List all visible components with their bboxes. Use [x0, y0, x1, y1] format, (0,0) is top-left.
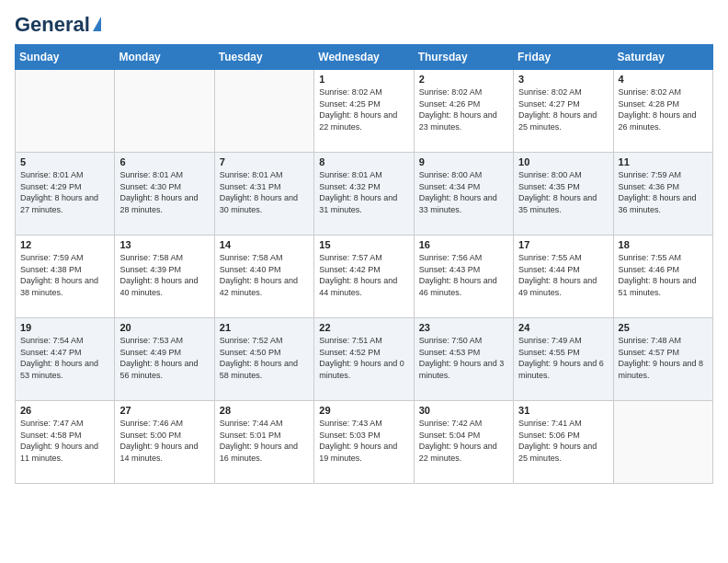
day-number: 27: [119, 405, 209, 416]
day-number: 15: [319, 239, 408, 250]
day-content: Sunrise: 7:58 AM Sunset: 4:39 PM Dayligh…: [119, 252, 209, 298]
day-number: 13: [119, 239, 209, 250]
weekday-header-friday: Friday: [514, 45, 613, 70]
calendar-cell: 23Sunrise: 7:50 AM Sunset: 4:53 PM Dayli…: [414, 318, 513, 401]
calendar-cell: 29Sunrise: 7:43 AM Sunset: 5:03 PM Dayli…: [314, 401, 414, 484]
day-number: 20: [119, 322, 209, 333]
calendar-cell: [115, 70, 214, 153]
day-content: Sunrise: 7:52 AM Sunset: 4:50 PM Dayligh…: [220, 335, 309, 381]
logo: General: [15, 15, 101, 33]
day-content: Sunrise: 7:54 AM Sunset: 4:47 PM Dayligh…: [20, 335, 109, 381]
calendar-week-row: 19Sunrise: 7:54 AM Sunset: 4:47 PM Dayli…: [16, 318, 713, 401]
day-content: Sunrise: 7:47 AM Sunset: 4:58 PM Dayligh…: [20, 418, 109, 464]
day-content: Sunrise: 8:00 AM Sunset: 4:34 PM Dayligh…: [419, 169, 508, 215]
day-number: 24: [518, 322, 608, 333]
day-number: 29: [319, 405, 408, 416]
calendar-cell: 28Sunrise: 7:44 AM Sunset: 5:01 PM Dayli…: [214, 401, 313, 484]
calendar-cell: [214, 70, 313, 153]
day-number: 28: [220, 405, 309, 416]
calendar-cell: 21Sunrise: 7:52 AM Sunset: 4:50 PM Dayli…: [214, 318, 313, 401]
calendar-cell: 24Sunrise: 7:49 AM Sunset: 4:55 PM Dayli…: [514, 318, 613, 401]
calendar-header-row: SundayMondayTuesdayWednesdayThursdayFrid…: [16, 45, 713, 70]
day-number: 3: [518, 74, 608, 85]
day-number: 12: [20, 239, 109, 250]
day-content: Sunrise: 7:53 AM Sunset: 4:49 PM Dayligh…: [119, 335, 209, 381]
weekday-header-monday: Monday: [115, 45, 214, 70]
calendar-cell: 19Sunrise: 7:54 AM Sunset: 4:47 PM Dayli…: [16, 318, 115, 401]
calendar-cell: 17Sunrise: 7:55 AM Sunset: 4:44 PM Dayli…: [514, 236, 613, 318]
day-number: 31: [518, 405, 608, 416]
calendar-cell: 25Sunrise: 7:48 AM Sunset: 4:57 PM Dayli…: [613, 318, 712, 401]
calendar-cell: 27Sunrise: 7:46 AM Sunset: 5:00 PM Dayli…: [115, 401, 214, 484]
weekday-header-sunday: Sunday: [16, 45, 115, 70]
day-number: 2: [419, 74, 508, 85]
day-content: Sunrise: 7:51 AM Sunset: 4:52 PM Dayligh…: [319, 335, 408, 381]
day-number: 1: [319, 74, 408, 85]
day-content: Sunrise: 7:59 AM Sunset: 4:38 PM Dayligh…: [20, 252, 109, 298]
day-content: Sunrise: 7:43 AM Sunset: 5:03 PM Dayligh…: [319, 418, 408, 464]
calendar-cell: 5Sunrise: 8:01 AM Sunset: 4:29 PM Daylig…: [16, 153, 115, 236]
day-number: 5: [20, 156, 109, 167]
calendar-cell: 6Sunrise: 8:01 AM Sunset: 4:30 PM Daylig…: [115, 153, 214, 236]
day-content: Sunrise: 8:02 AM Sunset: 4:27 PM Dayligh…: [518, 86, 608, 132]
calendar-week-row: 5Sunrise: 8:01 AM Sunset: 4:29 PM Daylig…: [16, 153, 713, 236]
calendar-cell: [16, 70, 115, 153]
calendar-cell: 22Sunrise: 7:51 AM Sunset: 4:52 PM Dayli…: [314, 318, 414, 401]
calendar-cell: 8Sunrise: 8:01 AM Sunset: 4:32 PM Daylig…: [314, 153, 414, 236]
calendar-cell: 30Sunrise: 7:42 AM Sunset: 5:04 PM Dayli…: [414, 401, 513, 484]
day-content: Sunrise: 8:02 AM Sunset: 4:26 PM Dayligh…: [419, 86, 508, 132]
day-number: 16: [419, 239, 508, 250]
day-number: 14: [220, 239, 309, 250]
day-content: Sunrise: 8:00 AM Sunset: 4:35 PM Dayligh…: [518, 169, 608, 215]
day-content: Sunrise: 7:46 AM Sunset: 5:00 PM Dayligh…: [119, 418, 209, 464]
day-content: Sunrise: 8:02 AM Sunset: 4:28 PM Dayligh…: [619, 86, 708, 132]
day-content: Sunrise: 8:01 AM Sunset: 4:32 PM Dayligh…: [319, 169, 408, 215]
day-content: Sunrise: 7:42 AM Sunset: 5:04 PM Dayligh…: [419, 418, 508, 464]
day-content: Sunrise: 7:55 AM Sunset: 4:44 PM Dayligh…: [518, 252, 608, 298]
weekday-header-wednesday: Wednesday: [314, 45, 414, 70]
day-content: Sunrise: 7:55 AM Sunset: 4:46 PM Dayligh…: [619, 252, 708, 298]
calendar-cell: 20Sunrise: 7:53 AM Sunset: 4:49 PM Dayli…: [115, 318, 214, 401]
calendar-cell: 9Sunrise: 8:00 AM Sunset: 4:34 PM Daylig…: [414, 153, 513, 236]
day-content: Sunrise: 7:44 AM Sunset: 5:01 PM Dayligh…: [220, 418, 309, 464]
calendar-table: SundayMondayTuesdayWednesdayThursdayFrid…: [15, 44, 713, 484]
day-number: 7: [220, 156, 309, 167]
calendar-cell: 4Sunrise: 8:02 AM Sunset: 4:28 PM Daylig…: [613, 70, 712, 153]
day-number: 23: [419, 322, 508, 333]
calendar-cell: 1Sunrise: 8:02 AM Sunset: 4:25 PM Daylig…: [314, 70, 414, 153]
weekday-header-thursday: Thursday: [414, 45, 513, 70]
day-content: Sunrise: 7:58 AM Sunset: 4:40 PM Dayligh…: [220, 252, 309, 298]
day-number: 18: [619, 239, 708, 250]
day-content: Sunrise: 7:49 AM Sunset: 4:55 PM Dayligh…: [518, 335, 608, 381]
calendar-cell: 12Sunrise: 7:59 AM Sunset: 4:38 PM Dayli…: [16, 236, 115, 318]
calendar-cell: 11Sunrise: 7:59 AM Sunset: 4:36 PM Dayli…: [613, 153, 712, 236]
calendar-cell: 14Sunrise: 7:58 AM Sunset: 4:40 PM Dayli…: [214, 236, 313, 318]
day-number: 17: [518, 239, 608, 250]
calendar-week-row: 26Sunrise: 7:47 AM Sunset: 4:58 PM Dayli…: [16, 401, 713, 484]
calendar-cell: 18Sunrise: 7:55 AM Sunset: 4:46 PM Dayli…: [613, 236, 712, 318]
day-content: Sunrise: 7:57 AM Sunset: 4:42 PM Dayligh…: [319, 252, 408, 298]
day-content: Sunrise: 8:01 AM Sunset: 4:31 PM Dayligh…: [220, 169, 309, 215]
calendar-cell: 10Sunrise: 8:00 AM Sunset: 4:35 PM Dayli…: [514, 153, 613, 236]
calendar-cell: 31Sunrise: 7:41 AM Sunset: 5:06 PM Dayli…: [514, 401, 613, 484]
calendar-week-row: 1Sunrise: 8:02 AM Sunset: 4:25 PM Daylig…: [16, 70, 713, 153]
calendar-cell: 13Sunrise: 7:58 AM Sunset: 4:39 PM Dayli…: [115, 236, 214, 318]
logo-general: General: [15, 15, 90, 35]
day-number: 19: [20, 322, 109, 333]
day-number: 22: [319, 322, 408, 333]
day-content: Sunrise: 8:01 AM Sunset: 4:29 PM Dayligh…: [20, 169, 109, 215]
day-content: Sunrise: 8:01 AM Sunset: 4:30 PM Dayligh…: [119, 169, 209, 215]
day-number: 10: [518, 156, 608, 167]
day-number: 4: [619, 74, 708, 85]
day-number: 9: [419, 156, 508, 167]
calendar-cell: 26Sunrise: 7:47 AM Sunset: 4:58 PM Dayli…: [16, 401, 115, 484]
day-number: 30: [419, 405, 508, 416]
calendar-cell: 15Sunrise: 7:57 AM Sunset: 4:42 PM Dayli…: [314, 236, 414, 318]
day-number: 11: [619, 156, 708, 167]
day-number: 6: [119, 156, 209, 167]
day-content: Sunrise: 7:56 AM Sunset: 4:43 PM Dayligh…: [419, 252, 508, 298]
calendar-cell: 7Sunrise: 8:01 AM Sunset: 4:31 PM Daylig…: [214, 153, 313, 236]
day-number: 25: [619, 322, 708, 333]
day-number: 8: [319, 156, 408, 167]
page-header: General: [15, 15, 713, 33]
